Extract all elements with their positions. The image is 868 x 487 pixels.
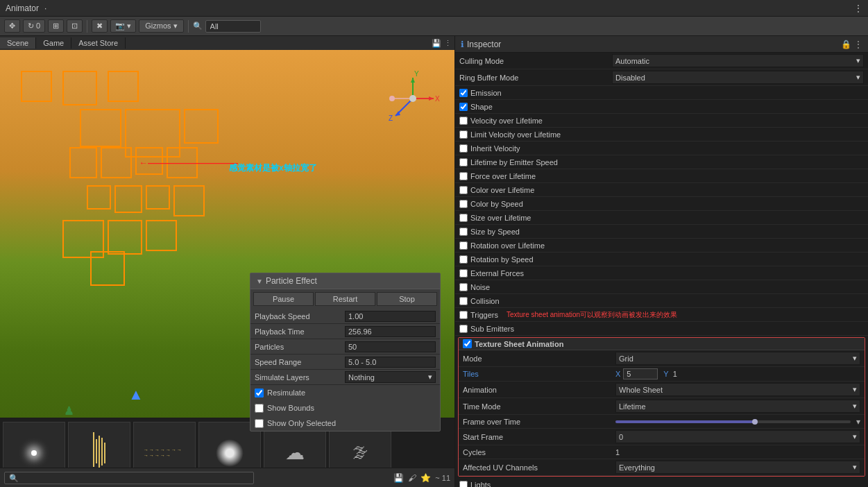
gizmos-btn[interactable]: Gizmos ▾ [139,19,183,33]
tsa-mode-dropdown[interactable]: Grid ▾ [615,352,860,365]
scene-lock-icon[interactable]: 💾 [432,39,441,48]
selection-box-8 [101,147,132,178]
arr4: → [160,447,165,452]
asset-smoke-6: 🌫 [352,444,368,462]
rotation-speed-label: Rotation by Speed [470,255,534,264]
inspector-more-icon[interactable]: ⋮ [854,40,862,49]
scene-star-icon[interactable]: ⭐ [420,473,431,483]
show-only-selected-checkbox[interactable] [255,419,264,428]
lights-checkbox[interactable] [459,481,468,488]
scene-paint-icon[interactable]: 🖌 [408,473,416,483]
uv-dropdown-arrow: ▾ [853,463,857,472]
arr10: → [155,453,160,458]
sub-emitters-checkbox[interactable] [459,325,468,333]
emission-checkbox[interactable] [459,89,468,97]
tsa-uv-dropdown[interactable]: Everything ▾ [615,461,860,474]
limit-velocity-label: Limit Velocity over Lifetime [470,130,561,139]
particle-buttons: Pause Restart Stop [250,289,440,309]
force-checkbox[interactable] [459,172,468,180]
color-lifetime-checkbox[interactable] [459,186,468,194]
move-tool-btn[interactable]: ✥ [4,19,20,33]
asset-dot-1 [31,450,37,456]
tsa-cycles-value: 1 [615,448,620,456]
rotation-speed-checkbox[interactable] [459,255,468,264]
selection-box-13 [146,185,170,210]
rotate-tool-btn[interactable]: ↻ 0 [23,19,45,33]
pause-btn[interactable]: Pause [253,292,314,306]
inspector-lock-icon[interactable]: 🔒 [841,40,851,49]
ring-buffer-dropdown[interactable]: Disabled ▾ [612,71,864,84]
show-bounds-label: Show Bounds [267,404,314,412]
lights-label: Lights [470,481,491,488]
lifetime-emitter-checkbox[interactable] [459,158,468,166]
tsa-checkbox[interactable] [463,339,472,348]
tsa-animation-dropdown[interactable]: Whole Sheet ▾ [615,383,860,396]
tsa-time-mode-dropdown[interactable]: Lifetime ▾ [615,400,860,413]
arr12: → [166,453,171,458]
simulate-layers-dropdown[interactable]: Nothing ▾ [345,371,436,383]
resimulate-checkbox[interactable] [255,388,264,398]
inspector-header: ℹ Inspector 🔒 ⋮ [455,36,868,53]
tiles-x-input[interactable] [623,368,658,379]
arr1: → [144,447,148,452]
size-speed-checkbox[interactable] [459,228,468,236]
scene-search-input[interactable] [205,20,261,33]
color-speed-checkbox[interactable] [459,200,468,208]
external-forces-label: External Forces [470,269,524,277]
stop-btn[interactable]: Stop [377,292,437,306]
asset-cloud-5: ☁ [285,441,305,464]
camera-btn[interactable]: 📷 ▾ [110,19,136,33]
arr2: → [149,447,154,452]
tsa-slider-thumb [752,419,758,425]
show-only-selected-label: Show Only Selected [267,419,336,427]
tab-scene[interactable]: Scene [0,37,36,49]
size-lifetime-checkbox[interactable] [459,214,468,222]
limit-velocity-checkbox[interactable] [459,130,468,139]
force-label: Force over Lifetime [470,172,536,180]
shape-checkbox[interactable] [459,103,468,111]
rect-tool-btn[interactable]: ⊡ [67,19,83,33]
asset-blob-4 [216,439,244,467]
scene-filter-input[interactable] [4,472,254,484]
culling-mode-label: Culling Mode [459,57,612,65]
show-bounds-row: Show Bounds [250,400,440,416]
tsa-cycles-label: Cycles [463,448,615,456]
tsa-start-frame-dropdown[interactable]: 0 ▾ [615,430,860,443]
section-size-speed: Size by Speed [455,225,868,239]
scene-more-icon[interactable]: ⋮ [444,39,452,48]
show-bounds-checkbox[interactable] [255,404,264,413]
tiles-y-label: Y [663,370,668,378]
settings-btn[interactable]: ✖ [92,19,108,33]
culling-mode-dropdown[interactable]: Automatic ▾ [612,54,864,67]
triggers-checkbox[interactable] [459,311,468,319]
culling-dropdown-arrow: ▾ [856,56,860,65]
emission-label: Emission [470,89,502,97]
scene-bottom-bar: 💾 🖌 ⭐ ~ 11 [0,468,454,487]
arr8: → [144,453,148,458]
particles-row: Particles 50 [250,339,440,354]
collision-checkbox[interactable] [459,297,468,305]
selection-box-4 [80,109,121,147]
restart-btn[interactable]: Restart [315,292,375,306]
tsa-start-frame-row: Start Frame 0 ▾ [459,429,865,445]
arr5: → [166,447,171,452]
noise-checkbox[interactable] [459,283,468,291]
top-bar-more[interactable]: ⋮ [854,3,862,13]
rotation-lifetime-checkbox[interactable] [459,241,468,250]
selection-box-14 [173,185,205,216]
tsa-frame-slider[interactable] [615,420,851,423]
arr11: → [160,453,165,458]
tab-asset-store[interactable]: Asset Store [71,37,126,49]
scale-tool-btn[interactable]: ⊞ [48,19,64,33]
tiles-y-value: 1 [673,370,677,378]
external-forces-checkbox[interactable] [459,269,468,277]
animation-dropdown-arrow: ▾ [853,385,857,394]
inherit-velocity-checkbox[interactable] [459,144,468,153]
ring-buffer-label: Ring Buffer Mode [459,74,612,82]
tab-game[interactable]: Game [36,37,71,49]
scene-save-icon[interactable]: 💾 [393,473,404,483]
toolbar-sep2 [188,20,189,33]
velocity-checkbox[interactable] [459,117,468,125]
svg-point-11 [409,95,416,102]
tsa-frame-dropdown-arrow[interactable]: ▾ [856,417,860,427]
